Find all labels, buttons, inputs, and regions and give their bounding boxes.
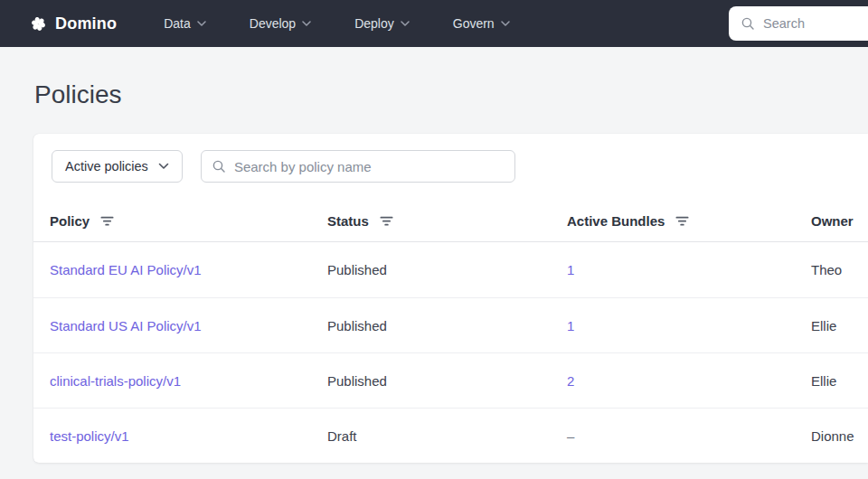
filter-icon[interactable] xyxy=(380,216,393,227)
table-row: Standard EU AI Policy/v1 Published 1 The… xyxy=(33,242,868,297)
policy-link[interactable]: test-policy/v1 xyxy=(50,428,129,444)
policy-link[interactable]: Standard EU AI Policy/v1 xyxy=(50,262,202,277)
table-header: Policy Status Active Bundles Owner xyxy=(33,201,868,242)
policy-filter-dropdown[interactable]: Active policies xyxy=(52,150,183,183)
column-header-status: Status xyxy=(327,213,567,229)
main-nav: Data Develop Deploy Govern xyxy=(164,16,509,31)
nav-item-deploy[interactable]: Deploy xyxy=(354,16,410,31)
active-bundles-link[interactable]: 2 xyxy=(567,373,574,389)
column-label: Active Bundles xyxy=(567,213,665,229)
owner-value: Dionne xyxy=(811,428,868,444)
active-bundles-empty: – xyxy=(567,428,811,444)
search-icon xyxy=(741,16,755,31)
column-label: Status xyxy=(327,213,369,229)
active-bundles-link[interactable]: 1 xyxy=(567,318,574,333)
column-label: Owner xyxy=(811,213,854,229)
table-row: test-policy/v1 Draft – Dionne xyxy=(33,408,868,463)
table-row: Standard US AI Policy/v1 Published 1 Ell… xyxy=(33,297,868,352)
chevron-down-icon xyxy=(302,21,311,26)
nav-item-develop[interactable]: Develop xyxy=(250,16,311,31)
policy-search-input[interactable] xyxy=(201,150,515,183)
top-navbar: Domino Data Develop Deploy Govern xyxy=(0,0,868,47)
nav-item-label: Develop xyxy=(250,16,296,31)
nav-item-label: Govern xyxy=(453,16,495,31)
filter-icon[interactable] xyxy=(100,216,114,227)
table-row: clinical-trials-policy/v1 Published 2 El… xyxy=(33,352,868,408)
brand-name: Domino xyxy=(55,14,117,33)
column-header-owner: Owner xyxy=(811,213,868,229)
column-header-active-bundles: Active Bundles xyxy=(567,213,811,229)
domino-brand[interactable]: Domino xyxy=(29,14,117,33)
page-title: Policies xyxy=(34,80,868,110)
global-search-input[interactable] xyxy=(763,16,868,31)
column-header-policy: Policy xyxy=(33,213,327,229)
filter-icon[interactable] xyxy=(675,216,689,227)
nav-item-data[interactable]: Data xyxy=(164,16,206,31)
policies-toolbar: Active policies xyxy=(33,134,868,201)
chevron-down-icon xyxy=(158,163,169,170)
policy-link[interactable]: clinical-trials-policy/v1 xyxy=(50,373,181,389)
chevron-down-icon xyxy=(401,21,410,26)
column-label: Policy xyxy=(50,213,90,229)
domino-pinwheel-icon xyxy=(29,14,48,33)
status-value: Published xyxy=(327,318,567,333)
policy-link[interactable]: Standard US AI Policy/v1 xyxy=(50,318,202,333)
status-value: Published xyxy=(327,262,567,277)
policy-search xyxy=(201,150,515,183)
policies-page: Policies Active policies Policy xyxy=(0,80,868,463)
owner-value: Ellie xyxy=(811,373,868,389)
chevron-down-icon xyxy=(501,21,510,26)
policy-filter-value: Active policies xyxy=(65,159,148,174)
nav-item-label: Data xyxy=(164,16,191,31)
status-value: Published xyxy=(327,373,567,389)
chevron-down-icon xyxy=(197,21,206,26)
policies-card: Active policies Policy Status xyxy=(33,134,868,463)
status-value: Draft xyxy=(327,428,567,444)
nav-item-govern[interactable]: Govern xyxy=(453,16,510,31)
active-bundles-link[interactable]: 1 xyxy=(567,262,574,277)
nav-item-label: Deploy xyxy=(354,16,394,31)
owner-value: Ellie xyxy=(811,318,868,333)
owner-value: Theo xyxy=(811,262,868,277)
global-search[interactable] xyxy=(729,6,868,41)
